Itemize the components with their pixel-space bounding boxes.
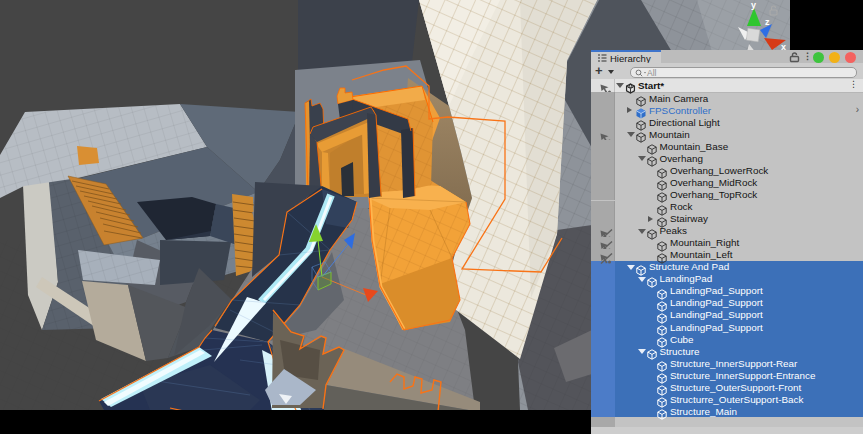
svg-text:z: z — [765, 17, 770, 27]
svg-text:y: y — [751, 0, 756, 10]
